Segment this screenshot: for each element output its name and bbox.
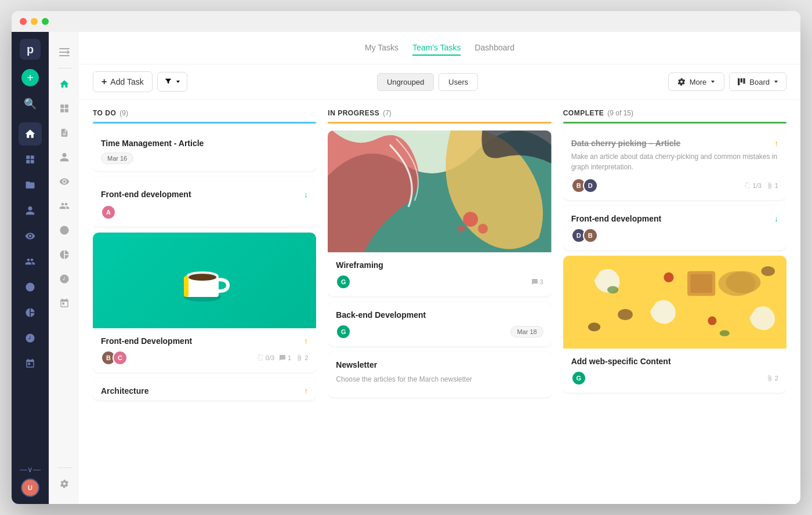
toolbar-center: Ungrouped Users bbox=[187, 73, 668, 91]
sidebar-item-dollar[interactable] bbox=[19, 275, 42, 299]
user-avatar[interactable]: U bbox=[21, 478, 39, 497]
svg-rect-7 bbox=[184, 276, 188, 297]
card-backend-dev[interactable]: Back-end Development G Mar 18 bbox=[328, 302, 551, 346]
card-architecture[interactable]: Architecture ↑ bbox=[93, 378, 316, 400]
card-frontend-dev-todo[interactable]: Front-end development ↓ A bbox=[93, 177, 316, 227]
svg-point-10 bbox=[478, 224, 488, 234]
card-newsletter[interactable]: Newsletter Choose the articles for the M… bbox=[328, 352, 551, 397]
sidebar-light-eye[interactable] bbox=[54, 171, 75, 192]
add-task-button[interactable]: + Add Task bbox=[93, 71, 153, 92]
tab-dashboard[interactable]: Dashboard bbox=[474, 41, 514, 56]
sidebar-item-group[interactable] bbox=[19, 250, 42, 273]
subtasks-meta: 0/3 bbox=[257, 354, 274, 361]
card-title: Front-end development bbox=[571, 214, 662, 223]
card-avatars: D B bbox=[571, 228, 778, 243]
card-frontend-development-coffee[interactable]: Front-end Development ↑ B C bbox=[93, 233, 316, 372]
svg-point-14 bbox=[726, 271, 760, 293]
sidebar-item-time[interactable] bbox=[19, 327, 42, 350]
card-image-food bbox=[563, 256, 786, 349]
priority-down-icon: ↓ bbox=[774, 214, 778, 223]
priority-up-icon: ↑ bbox=[304, 336, 308, 346]
column-todo-count: (9) bbox=[119, 109, 128, 117]
search-sidebar-icon[interactable]: 🔍 bbox=[19, 92, 42, 115]
svg-rect-12 bbox=[563, 256, 786, 349]
sidebar-light bbox=[49, 32, 79, 504]
sidebar-item-folder[interactable] bbox=[19, 173, 42, 197]
users-button[interactable]: Users bbox=[438, 73, 478, 91]
sidebar-bottom: —∨— U bbox=[20, 465, 41, 497]
sidebar-item-chart[interactable] bbox=[19, 301, 42, 324]
kanban-board: TO DO (9) Time Management - Article Mar … bbox=[79, 100, 800, 504]
column-todo-divider bbox=[93, 122, 316, 124]
sidebar-item-eye[interactable] bbox=[19, 224, 42, 248]
filter-button[interactable] bbox=[157, 72, 187, 92]
card-data-cherry[interactable]: Data cherry picking – Article ↑ Make an … bbox=[563, 130, 786, 200]
card-image-art bbox=[328, 130, 551, 252]
column-complete: COMPLETE (9 of 15) Data cherry picking –… bbox=[563, 100, 786, 495]
avatar: B bbox=[583, 228, 598, 243]
sidebar-light-pie[interactable] bbox=[54, 244, 75, 265]
sidebar-light-dollar[interactable] bbox=[54, 220, 75, 241]
add-new-button[interactable]: + bbox=[21, 69, 39, 86]
sidebar-light-calendar[interactable] bbox=[54, 293, 75, 314]
attachments-meta: 2 bbox=[766, 375, 778, 382]
card-title: Front-end development bbox=[101, 190, 191, 199]
svg-point-18 bbox=[588, 322, 600, 331]
card-frontend-complete[interactable]: Front-end development ↓ D B bbox=[563, 206, 786, 250]
ungrouped-button[interactable]: Ungrouped bbox=[377, 73, 434, 91]
card-avatars: G bbox=[571, 371, 583, 386]
maximize-button[interactable] bbox=[42, 18, 49, 25]
column-inprogress-cards: Wireframing G 3 bbox=[328, 130, 551, 495]
card-title: Wireframing bbox=[336, 260, 543, 270]
sidebar-light-settings[interactable] bbox=[54, 473, 75, 494]
tab-my-tasks[interactable]: My Tasks bbox=[365, 41, 398, 56]
sidebar-light-group[interactable] bbox=[54, 195, 75, 216]
card-title: Newsletter bbox=[336, 360, 543, 369]
avatar: G bbox=[336, 324, 351, 339]
plus-icon: + bbox=[102, 77, 107, 87]
svg-point-6 bbox=[188, 274, 216, 281]
card-description: Choose the articles for the March newsle… bbox=[336, 374, 543, 385]
collapse-icon[interactable]: —∨— bbox=[20, 465, 41, 474]
card-avatars: G bbox=[336, 274, 347, 289]
sidebar-item-person[interactable] bbox=[19, 199, 42, 222]
sidebar-item-calendar[interactable] bbox=[19, 352, 42, 375]
column-complete-cards: Data cherry picking – Article ↑ Make an … bbox=[563, 130, 786, 495]
card-avatars: B C bbox=[101, 350, 124, 365]
card-title: Data cherry picking – Article bbox=[571, 139, 770, 148]
avatar: D bbox=[583, 178, 598, 193]
sidebar-item-board[interactable] bbox=[19, 148, 42, 171]
avatar: G bbox=[336, 274, 351, 289]
avatar: C bbox=[113, 350, 128, 365]
more-button[interactable]: More bbox=[668, 72, 725, 91]
minimize-button[interactable] bbox=[31, 18, 38, 25]
card-time-management[interactable]: Time Management - Article Mar 16 bbox=[93, 130, 316, 171]
svg-rect-16 bbox=[690, 274, 712, 293]
svg-point-19 bbox=[761, 266, 775, 276]
sidebar-item-home[interactable] bbox=[19, 122, 42, 146]
card-web-content[interactable]: Add web-specific Content G 2 bbox=[563, 256, 786, 393]
svg-point-11 bbox=[458, 225, 465, 233]
sidebar-light-user[interactable] bbox=[54, 147, 75, 168]
sidebar-light-file[interactable] bbox=[54, 122, 75, 143]
column-inprogress-count: (7) bbox=[383, 109, 392, 117]
priority-up-icon: ↑ bbox=[774, 139, 778, 148]
column-inprogress-divider bbox=[328, 122, 551, 124]
sidebar-light-grid[interactable] bbox=[54, 98, 75, 119]
sidebar-light-clock[interactable] bbox=[54, 269, 75, 289]
card-title: Add web-specific Content bbox=[571, 357, 778, 366]
card-image-coffee bbox=[93, 233, 316, 328]
priority-up-icon: ↑ bbox=[304, 386, 308, 396]
menu-expand-icon[interactable] bbox=[54, 42, 75, 63]
card-title: Back-end Development bbox=[336, 310, 543, 320]
column-complete-header: COMPLETE (9 of 15) bbox=[563, 100, 786, 122]
card-date: Mar 16 bbox=[101, 153, 133, 164]
card-wireframing[interactable]: Wireframing G 3 bbox=[328, 130, 551, 296]
avatar: G bbox=[571, 371, 586, 386]
board-button[interactable]: Board bbox=[729, 72, 786, 91]
card-title: Time Management - Article bbox=[101, 139, 308, 148]
tab-teams-tasks[interactable]: Team's Tasks bbox=[412, 41, 461, 56]
close-button[interactable] bbox=[20, 18, 27, 25]
coffee-mug-illustration bbox=[170, 246, 240, 315]
sidebar-light-home[interactable] bbox=[54, 74, 75, 95]
